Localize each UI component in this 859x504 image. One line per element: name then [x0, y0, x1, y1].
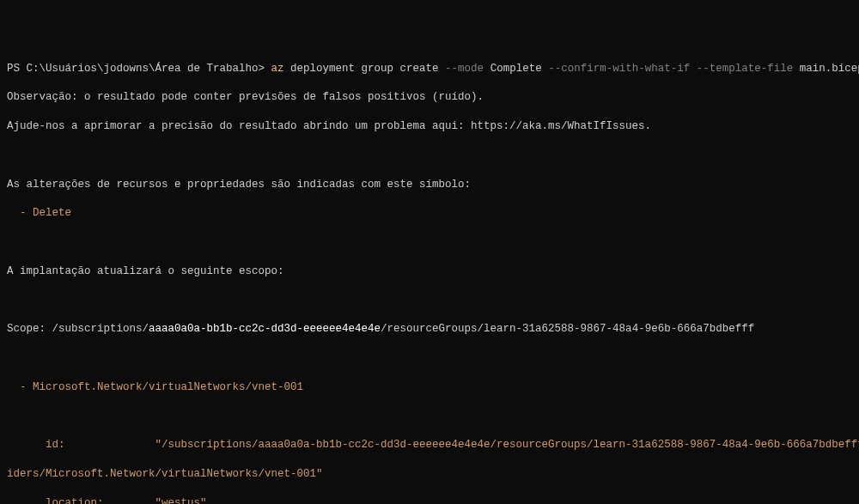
observation-text: Observação: o resultado pode conter prev…: [7, 90, 852, 105]
delete-symbol: - Delete: [7, 206, 852, 221]
resource1-id-cont: iders/Microsoft.Network/virtualNetworks/…: [7, 467, 852, 482]
resource1-id: id: "/subscriptions/aaaa0a0a-bb1b-cc2c-d…: [7, 438, 852, 452]
scope-header: A implantação atualizará o seguinte esco…: [7, 264, 852, 279]
alterations-header: As alterações de recursos e propriedades…: [7, 178, 852, 192]
help-text: Ajude-nos a aprimorar a precisão do resu…: [7, 119, 852, 134]
resource1-location: location: "westus": [7, 496, 852, 504]
scope-line: Scope: /subscriptions/aaaa0a0a-bb1b-cc2c…: [7, 322, 852, 337]
resource1-header: - Microsoft.Network/virtualNetworks/vnet…: [7, 380, 852, 395]
prompt-line: PS C:\Usuários\jodowns\Área de Trabalho>…: [7, 62, 852, 76]
